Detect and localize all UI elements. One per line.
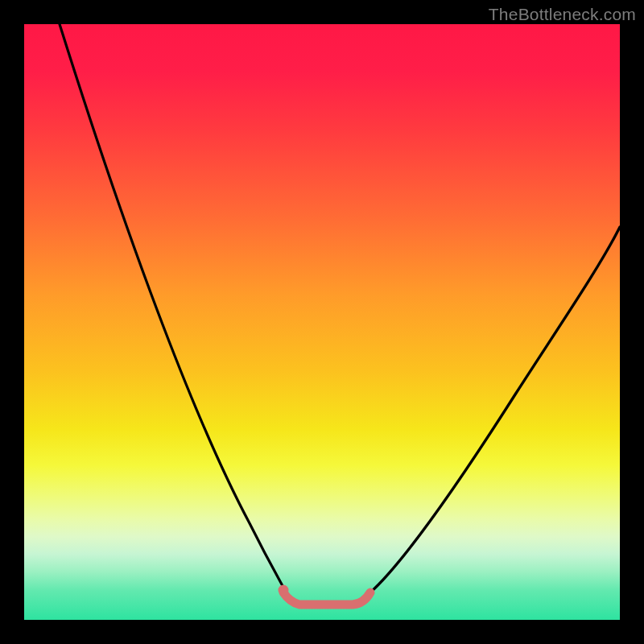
chart-svg bbox=[24, 24, 620, 620]
valley-dot-icon bbox=[279, 585, 289, 596]
valley-marker bbox=[283, 592, 370, 605]
left-curve bbox=[60, 24, 287, 593]
chart-frame bbox=[24, 24, 620, 620]
watermark-text: TheBottleneck.com bbox=[489, 5, 636, 24]
right-curve bbox=[369, 227, 620, 593]
